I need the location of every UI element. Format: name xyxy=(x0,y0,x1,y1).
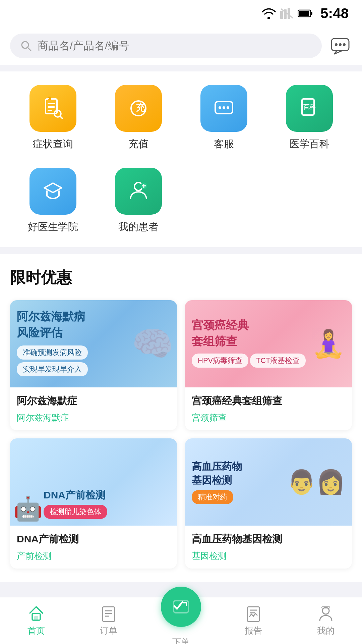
cervical-card-image: 宫颈癌经典套组筛查 HPV病毒筛查 TCT液基检查 🧘‍♀️ xyxy=(185,300,352,387)
dna-tag: 产前检测 xyxy=(17,550,170,562)
svg-rect-2 xyxy=(288,8,290,19)
hyper-text: 高血压药物基因检测 精准对药 xyxy=(192,460,242,504)
quick-menu-service[interactable]: 客服 xyxy=(181,85,266,151)
patient-icon-bg xyxy=(115,168,162,215)
symptom-icon-bg xyxy=(29,85,76,132)
chat-icon xyxy=(330,36,350,56)
svg-point-26 xyxy=(223,106,225,109)
academy-icon-bg xyxy=(29,168,76,215)
bottom-nav: 首页 订单 下单 报告 xyxy=(0,597,362,644)
nav-mine-label: 我的 xyxy=(317,625,335,637)
svg-text:充: 充 xyxy=(135,102,145,113)
promo-grid: 阿尔兹海默病风险评估 准确预测发病风险 实现早发现早介入 🧠 阿尔兹海默症 阿尔… xyxy=(10,300,352,569)
cervical-tag: 宫颈筛查 xyxy=(192,412,345,424)
cervical-card-title: 宫颈癌经典套组筛查 xyxy=(192,317,306,349)
alzheimer-product-title: 阿尔兹海默症 xyxy=(17,394,170,408)
cervical-text: 宫颈癌经典套组筛查 HPV病毒筛查 TCT液基检查 xyxy=(192,317,306,370)
battery-icon xyxy=(298,9,314,18)
quick-menu-grid: 症状查询 充 充值 客服 xyxy=(10,85,352,234)
patient-icon xyxy=(126,179,150,203)
hyper-tag: 基因检测 xyxy=(192,550,345,562)
status-icons xyxy=(261,8,314,19)
recharge-label: 充值 xyxy=(128,137,148,151)
search-bar-container xyxy=(0,27,362,65)
svg-rect-5 xyxy=(311,12,312,15)
dna-badge1: 检测胎儿染色体 xyxy=(44,505,107,519)
alzheimer-badge2: 实现早发现早介入 xyxy=(17,362,88,376)
status-time: 5:48 xyxy=(320,5,349,21)
nav-order[interactable]: 订单 xyxy=(82,605,135,637)
promo-section: 限时优惠 阿尔兹海默病风险评估 准确预测发病风险 实现早发现早介入 🧠 阿尔兹海… xyxy=(0,254,362,582)
promo-card-dna[interactable]: 🤖 DNA产前检测 检测胎儿染色体 DNA产前检测 产前检测 xyxy=(10,438,177,569)
encyclopedia-icon-bg: 百科 xyxy=(286,85,333,132)
nav-home-label: 首页 xyxy=(27,625,45,637)
encyclopedia-icon: 百科 xyxy=(297,96,321,120)
alzheimer-badge1: 准确预测发病风险 xyxy=(17,345,88,360)
nav-center-label: 下单 xyxy=(172,636,190,644)
dna-card-title: DNA产前检测 xyxy=(44,488,170,502)
dna-text: DNA产前检测 检测胎儿染色体 xyxy=(44,488,170,519)
nav-order-label: 订单 xyxy=(100,625,117,637)
alzheimer-tag: 阿尔兹海默症 xyxy=(17,412,170,424)
cervical-person: 🧘‍♀️ xyxy=(312,328,345,360)
place-order-icon xyxy=(170,596,192,618)
promo-card-hypertension[interactable]: 高血压药物基因检测 精准对药 👨‍👩‍ 高血压药物基因检测 基因检测 xyxy=(185,438,352,569)
hyper-badge1: 精准对药 xyxy=(192,490,233,504)
report-icon xyxy=(245,605,262,622)
nav-mine[interactable]: 我的 xyxy=(299,605,353,637)
promo-card-alzheimer[interactable]: 阿尔兹海默病风险评估 准确预测发病风险 实现早发现早介入 🧠 阿尔兹海默症 阿尔… xyxy=(10,300,177,430)
svg-point-12 xyxy=(343,43,346,46)
signal-icon xyxy=(280,8,294,19)
dna-product-title: DNA产前检测 xyxy=(17,532,170,546)
hyper-card-title: 高血压药物基因检测 xyxy=(192,460,242,487)
quick-menu-symptom[interactable]: 症状查询 xyxy=(10,85,96,151)
quick-menu-patient[interactable]: 我的患者 xyxy=(96,168,181,234)
nav-report[interactable]: 报告 xyxy=(227,605,280,637)
alzheimer-card-body: 阿尔兹海默症 阿尔兹海默症 xyxy=(10,387,177,430)
quick-menu-academy[interactable]: 好医生学院 xyxy=(10,168,96,234)
hyper-product-title: 高血压药物基因检测 xyxy=(192,532,345,546)
status-bar: 5:48 xyxy=(0,0,362,27)
cervical-card-body: 宫颈癌经典套组筛查 宫颈筛查 xyxy=(185,387,352,430)
nav-center[interactable]: 下单 xyxy=(154,593,208,644)
symptom-label: 症状查询 xyxy=(33,137,73,151)
hyper-card-image: 高血压药物基因检测 精准对药 👨‍👩‍ xyxy=(185,438,352,526)
nav-home[interactable]: 首页 xyxy=(9,605,63,637)
quick-menu-encyclopedia[interactable]: 百科 医学百科 xyxy=(266,85,352,151)
svg-rect-0 xyxy=(280,11,283,19)
recharge-icon-bg: 充 xyxy=(115,85,162,132)
search-icon xyxy=(20,40,32,52)
hyper-person: 👨‍👩‍ xyxy=(287,468,345,496)
wifi-icon xyxy=(261,8,276,19)
alzheimer-card-image: 阿尔兹海默病风险评估 准确预测发病风险 实现早发现早介入 🧠 xyxy=(10,300,177,387)
svg-point-25 xyxy=(219,106,221,109)
encyclopedia-label: 医学百科 xyxy=(289,137,329,151)
search-input[interactable] xyxy=(38,40,312,52)
cervical-badge1: HPV病毒筛查 xyxy=(192,354,248,368)
robot-emoji: 🤖 xyxy=(13,495,43,522)
quick-menu-recharge[interactable]: 充 充值 xyxy=(96,85,181,151)
cervical-product-title: 宫颈癌经典套组筛查 xyxy=(192,394,345,408)
order-icon xyxy=(100,605,117,622)
search-input-wrap[interactable] xyxy=(10,34,322,58)
promo-card-cervical[interactable]: 宫颈癌经典套组筛查 HPV病毒筛查 TCT液基检查 🧘‍♀️ 宫颈癌经典套组筛查… xyxy=(185,300,352,430)
dna-card-image: 🤖 DNA产前检测 检测胎儿染色体 xyxy=(10,438,177,526)
promo-title: 限时优惠 xyxy=(10,267,352,288)
robot-wrap: 🤖 xyxy=(13,495,43,522)
home-icon xyxy=(27,605,45,622)
hyper-card-body: 高血压药物基因检测 基因检测 xyxy=(185,526,352,569)
mine-icon xyxy=(317,605,335,622)
academy-icon xyxy=(41,179,65,203)
svg-point-10 xyxy=(335,43,338,46)
recharge-icon: 充 xyxy=(126,96,150,120)
nav-place-order-button[interactable] xyxy=(161,587,201,627)
brain-decoration: 🧠 xyxy=(132,324,174,364)
service-icon xyxy=(212,96,236,120)
svg-point-27 xyxy=(227,106,229,109)
svg-rect-37 xyxy=(103,607,115,622)
chat-button[interactable] xyxy=(328,34,352,58)
service-icon-bg xyxy=(200,85,247,132)
svg-text:百科: 百科 xyxy=(303,104,316,110)
symptom-icon xyxy=(41,96,65,120)
svg-rect-42 xyxy=(247,607,259,622)
